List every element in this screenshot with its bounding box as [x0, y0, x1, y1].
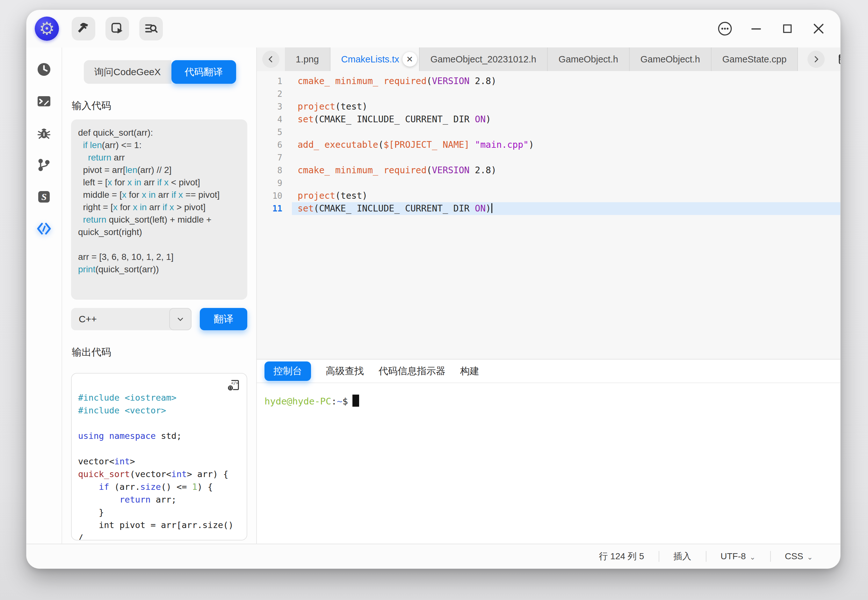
selected-language: C++: [79, 314, 97, 324]
code-token: [167, 202, 170, 212]
code-token: return: [88, 153, 111, 162]
code-token: [137, 202, 140, 212]
input-code-line: left = [x for x in arr if x < pivot]: [78, 176, 240, 189]
code-line-text: set(CMAKE_ INCLUDE_ CURRENT_ DIR ON): [292, 113, 840, 126]
bottom-tab[interactable]: 代码信息指示器: [379, 365, 446, 378]
code-token: size: [140, 482, 161, 492]
status-item-label: CSS: [785, 551, 803, 561]
code-token: print: [78, 264, 95, 274]
code-line[interactable]: 3project(test): [257, 100, 840, 113]
close-icon: [811, 21, 826, 36]
build-hammer-button[interactable]: [72, 17, 95, 41]
code-token: x: [178, 190, 183, 200]
status-item[interactable]: CSS⌄: [770, 550, 827, 563]
editor-tab[interactable]: CmakeLists.tx✕: [331, 47, 420, 71]
svg-text:S: S: [41, 191, 47, 202]
editor-tab[interactable]: GameState.cpp: [712, 47, 798, 71]
code-token: for: [126, 190, 142, 200]
code-token: len: [126, 165, 137, 175]
code-line[interactable]: 4set(CMAKE_ INCLUDE_ CURRENT_ DIR ON): [257, 113, 840, 126]
code-line-text: project(test): [292, 100, 840, 113]
bottom-tab[interactable]: 构建: [460, 365, 479, 378]
target-language-select[interactable]: C++: [71, 308, 191, 330]
input-code-area[interactable]: def quick_sort(arr): if len(arr) <= 1: r…: [71, 120, 247, 300]
chevron-down-icon[interactable]: [169, 308, 191, 330]
output-code-line: return arr;: [78, 493, 240, 506]
editor-tab[interactable]: GameObject_20231012.h: [420, 47, 548, 71]
terminal[interactable]: hyde@hyde-PC:~$: [257, 383, 840, 407]
code-line[interactable]: 10project(test): [257, 189, 840, 202]
code-line[interactable]: 8cmake_ minimum_ required(VERSION 2.8): [257, 164, 840, 177]
code-token: x: [133, 202, 137, 212]
maximize-button[interactable]: [778, 20, 796, 38]
history-icon[interactable]: [36, 61, 52, 77]
output-code-label: 输出代码: [72, 345, 247, 359]
code-token: VERSION: [432, 76, 469, 86]
run-button[interactable]: [105, 17, 129, 41]
code-token: left = [: [78, 177, 108, 187]
code-token: [176, 190, 178, 200]
code-token: ): [486, 203, 491, 214]
translate-button[interactable]: 翻译: [200, 308, 247, 330]
code-token: (CMAKE_ INCLUDE_ CURRENT_ DIR: [314, 203, 475, 214]
app-window: ⚙: [26, 9, 841, 569]
tab-close-icon[interactable]: ✕: [402, 52, 417, 67]
code-line[interactable]: 9: [257, 177, 840, 189]
line-number: 3: [257, 100, 292, 113]
input-code-line: if len(arr) <= 1:: [78, 139, 240, 151]
code-token: arr: [156, 190, 172, 200]
editor-tab[interactable]: GameObject.h: [630, 47, 712, 71]
codegeex-icon[interactable]: [36, 221, 52, 236]
code-token: quick_sort: [78, 469, 130, 479]
code-token: [162, 177, 164, 187]
terminal-edit-icon[interactable]: [36, 93, 52, 109]
editor-tab-label: GameObject.h: [558, 54, 618, 65]
code-token: x: [108, 177, 112, 187]
code-token: (: [427, 76, 432, 86]
status-item-label: 行 124 列 5: [599, 550, 644, 562]
code-token: ~: [337, 396, 342, 407]
code-line[interactable]: 2: [257, 88, 840, 100]
snippets-icon[interactable]: S: [36, 189, 52, 205]
bottom-tab[interactable]: 控制台: [264, 361, 311, 381]
code-token: ) {: [197, 482, 213, 492]
editor-tab[interactable]: GameObject.h: [548, 47, 630, 71]
line-number: 8: [257, 164, 292, 177]
code-line[interactable]: 11set(CMAKE_ INCLUDE_ CURRENT_ DIR ON): [257, 202, 840, 215]
tabs-scroll-right-button[interactable]: [807, 51, 825, 68]
code-token: def quick_sort(arr):: [78, 128, 153, 138]
editor-tab-label: GameObject_20231012.h: [431, 54, 536, 65]
debug-icon[interactable]: [36, 125, 52, 141]
editor-code-area[interactable]: 1cmake_ minimum_ required(VERSION 2.8)2 …: [257, 71, 840, 359]
code-token: [78, 153, 88, 162]
tabs-scroll-left-button[interactable]: [262, 51, 279, 68]
line-number: 5: [257, 126, 292, 139]
status-item[interactable]: 插入: [659, 550, 706, 563]
split-horizontal-button[interactable]: [838, 53, 841, 66]
input-code-line: def quick_sort(arr):: [78, 126, 240, 139]
code-line[interactable]: 1cmake_ minimum_ required(VERSION 2.8): [257, 75, 840, 88]
code-line[interactable]: 7: [257, 151, 840, 164]
close-button[interactable]: [810, 20, 827, 38]
output-code-line: using namespace std;: [78, 430, 240, 442]
git-branch-icon[interactable]: [36, 157, 52, 173]
code-token: x: [164, 177, 168, 187]
minimize-button[interactable]: [747, 20, 765, 38]
tab-code-translate[interactable]: 代码翻译: [171, 60, 236, 84]
insert-code-icon[interactable]: </>: [228, 379, 240, 395]
code-line[interactable]: 6add_ executable($[PROJECT_ NAME] "main.…: [257, 139, 840, 151]
code-token: x: [113, 202, 118, 212]
search-in-files-button[interactable]: [139, 17, 163, 41]
bottom-tab[interactable]: 高级查找: [326, 365, 364, 378]
code-token: int: [114, 456, 130, 466]
tab-ask-codegeex[interactable]: 询问CodeGeeX: [84, 60, 171, 84]
status-item-label: 插入: [673, 550, 691, 562]
status-item[interactable]: 行 124 列 5: [584, 550, 659, 563]
code-token: cmake_ minimum_ required: [297, 76, 427, 86]
code-token: >: [130, 456, 135, 466]
editor-tab[interactable]: 1.png: [285, 47, 331, 71]
more-options-button[interactable]: [716, 20, 734, 38]
code-line[interactable]: 5: [257, 126, 840, 139]
input-code-line: [78, 238, 240, 251]
status-item[interactable]: UTF-8⌄: [706, 550, 770, 563]
